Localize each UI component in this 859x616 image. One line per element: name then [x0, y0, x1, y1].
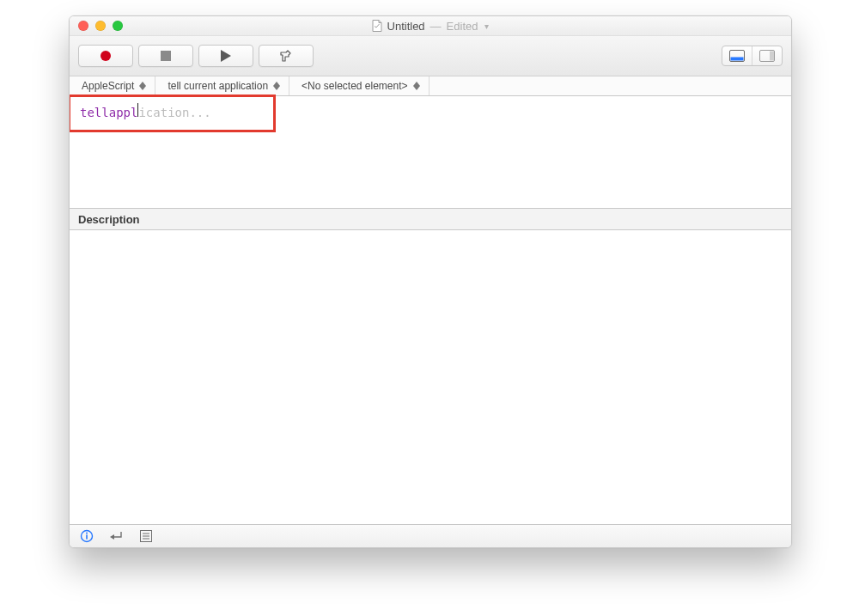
title-status: Edited [447, 20, 478, 33]
svg-rect-4 [731, 58, 744, 61]
script-editor-window: Untitled — Edited ▾ [69, 15, 792, 548]
titlebar: Untitled — Edited ▾ [70, 16, 791, 36]
annotation-highlight [69, 95, 276, 132]
language-label: AppleScript [82, 80, 134, 92]
description-header: Description [70, 209, 791, 230]
updown-icon [273, 82, 280, 90]
svg-marker-8 [139, 86, 146, 90]
pane-toggle-segmented [722, 46, 783, 66]
side-pane-icon [759, 50, 775, 62]
title-filename: Untitled [387, 20, 425, 33]
svg-rect-1 [161, 51, 171, 61]
toolbar [70, 36, 791, 76]
code-editor[interactable]: tell application... [70, 96, 791, 209]
return-arrow-icon [109, 530, 125, 542]
svg-marker-2 [221, 50, 231, 62]
element-selector[interactable]: <No selected element> [289, 76, 429, 95]
description-title: Description [78, 213, 140, 226]
record-icon [100, 50, 112, 62]
bottom-bar [70, 524, 791, 547]
path-bar: AppleScript tell current application <No… [70, 76, 791, 96]
log-button[interactable] [140, 530, 152, 542]
updown-icon [139, 82, 146, 90]
log-list-icon [140, 530, 152, 542]
language-selector[interactable]: AppleScript [70, 76, 155, 95]
record-button[interactable] [78, 45, 133, 67]
bottom-pane-icon [729, 50, 745, 62]
window-title[interactable]: Untitled — Edited ▾ [372, 20, 490, 33]
scope-label: tell current application [168, 80, 268, 92]
minimize-window-button[interactable] [95, 21, 106, 31]
svg-point-0 [101, 51, 111, 61]
svg-marker-10 [273, 86, 280, 90]
show-bottom-pane-button[interactable] [722, 46, 752, 65]
compile-button[interactable] [259, 45, 314, 67]
element-label: <No selected element> [302, 80, 407, 92]
svg-point-14 [86, 533, 88, 534]
document-icon [372, 20, 382, 32]
show-side-pane-button[interactable] [752, 46, 782, 65]
result-button[interactable] [109, 530, 125, 542]
run-button[interactable] [198, 45, 253, 67]
close-window-button[interactable] [78, 21, 88, 31]
svg-marker-12 [413, 86, 420, 90]
traffic-lights [78, 21, 123, 31]
play-icon [221, 50, 231, 62]
info-button[interactable] [80, 529, 94, 543]
hammer-icon [279, 49, 293, 63]
title-chevron-down-icon: ▾ [484, 21, 489, 31]
svg-rect-6 [770, 52, 774, 61]
stop-icon [161, 51, 171, 61]
updown-icon [413, 82, 420, 90]
stop-button[interactable] [138, 45, 193, 67]
scope-selector[interactable]: tell current application [155, 76, 289, 95]
info-icon [80, 529, 94, 543]
svg-marker-16 [110, 534, 114, 540]
zoom-window-button[interactable] [113, 21, 123, 31]
svg-rect-15 [86, 534, 88, 539]
description-panel[interactable] [70, 230, 791, 524]
title-separator: — [430, 20, 442, 33]
